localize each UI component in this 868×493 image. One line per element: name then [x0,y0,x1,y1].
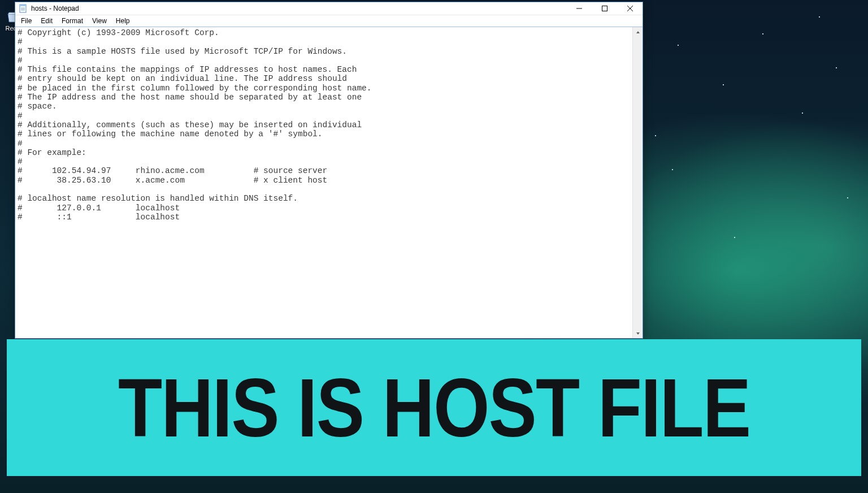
menu-file[interactable]: File [16,16,36,26]
menu-format[interactable]: Format [57,16,88,26]
menubar: File Edit Format View Help [15,15,643,27]
editor-area: # Copyright (c) 1993-2009 Microsoft Corp… [15,27,643,338]
vertical-scrollbar[interactable] [632,27,643,338]
svg-rect-1 [20,5,26,6]
scroll-down-icon[interactable] [633,328,643,338]
window-title: hosts - Notepad [31,5,79,12]
text-editor[interactable]: # Copyright (c) 1993-2009 Microsoft Corp… [15,27,632,338]
overlay-banner: THIS IS HOST FILE [7,339,861,476]
svg-rect-6 [602,6,607,11]
overlay-banner-text: THIS IS HOST FILE [118,366,750,449]
notepad-app-icon [19,4,28,13]
scrollbar-track[interactable] [633,37,643,328]
titlebar[interactable]: hosts - Notepad [15,2,643,15]
minimize-button[interactable] [566,2,592,15]
close-button[interactable] [617,2,643,15]
maximize-button[interactable] [592,2,617,15]
menu-help[interactable]: Help [111,16,134,26]
notepad-window: hosts - Notepad File Edit Format View He… [15,2,643,339]
menu-view[interactable]: View [88,16,111,26]
desktop-wallpaper: Recy hosts - Notepad [0,0,868,493]
scroll-up-icon[interactable] [633,27,643,37]
menu-edit[interactable]: Edit [36,16,57,26]
